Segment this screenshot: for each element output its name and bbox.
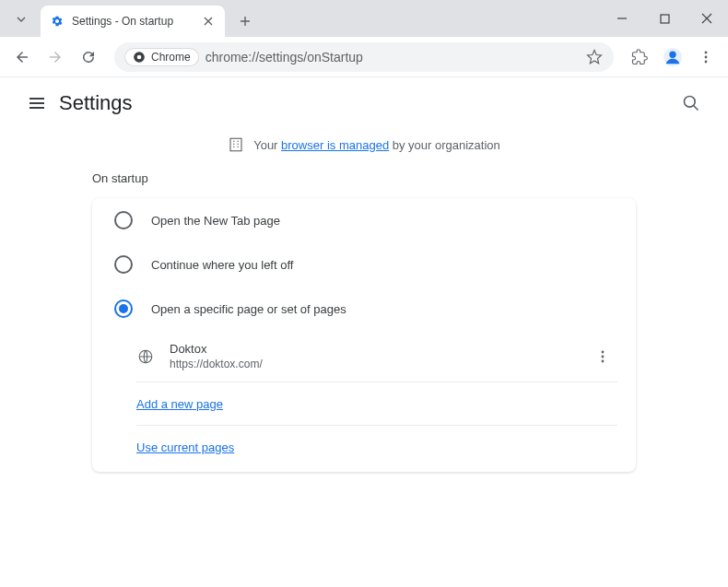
close-window-button[interactable] [686, 4, 728, 33]
add-page-link[interactable]: Add a new page [136, 397, 223, 411]
svg-point-12 [602, 355, 605, 358]
chrome-icon [133, 51, 146, 64]
tab-title: Settings - On startup [72, 15, 201, 28]
window-titlebar: Settings - On startup [0, 0, 728, 37]
page-url: https://doktox.com/ [170, 358, 588, 370]
profile-button[interactable] [658, 42, 687, 72]
close-icon [204, 17, 213, 26]
page-info: Doktox https://doktox.com/ [170, 342, 588, 370]
minimize-button[interactable] [601, 4, 643, 33]
hamburger-icon [28, 94, 46, 112]
svg-point-2 [137, 54, 142, 59]
search-icon [682, 94, 700, 112]
radio-label: Open a specific page or set of pages [151, 302, 346, 316]
use-current-link[interactable]: Use current pages [136, 440, 234, 454]
radio-label: Continue where you left off [151, 258, 293, 272]
arrow-right-icon [47, 49, 64, 65]
globe-icon [136, 347, 155, 366]
use-current-row: Use current pages [136, 426, 617, 468]
back-button[interactable] [7, 42, 37, 72]
browser-toolbar: Chrome chrome://settings/onStartup [0, 37, 728, 77]
close-icon [701, 13, 712, 24]
bookmark-button[interactable] [586, 49, 603, 65]
reload-button[interactable] [74, 42, 103, 72]
radio-label: Open the New Tab page [151, 214, 280, 228]
search-settings-button[interactable] [673, 85, 710, 122]
radio-specific-pages[interactable]: Open a specific page or set of pages [92, 287, 636, 331]
maximize-button[interactable] [643, 4, 686, 33]
minimize-icon [616, 13, 628, 24]
tab-search-dropdown[interactable] [6, 4, 37, 35]
tab-close-button[interactable] [201, 14, 216, 29]
radio-continue[interactable]: Continue where you left off [92, 242, 636, 287]
svg-rect-9 [230, 138, 241, 151]
plus-icon [240, 16, 251, 27]
svg-point-8 [685, 97, 696, 108]
startup-pages-list: Doktox https://doktox.com/ Add a new pag… [136, 331, 617, 468]
window-controls [601, 0, 728, 37]
managed-text: Your browser is managed by your organiza… [253, 138, 500, 152]
address-bar[interactable]: Chrome chrome://settings/onStartup [114, 42, 614, 72]
svg-point-11 [602, 350, 605, 353]
add-page-row: Add a new page [136, 382, 617, 426]
url-text: chrome://settings/onStartup [205, 50, 363, 65]
managed-link[interactable]: browser is managed [281, 138, 389, 152]
page-more-button[interactable] [588, 349, 617, 364]
svg-rect-0 [661, 15, 669, 23]
section-title: On startup [92, 171, 710, 185]
svg-point-4 [669, 51, 675, 57]
startup-card: Open the New Tab page Continue where you… [92, 198, 636, 472]
building-icon [228, 136, 244, 153]
settings-content: Your browser is managed by your organiza… [0, 136, 728, 472]
radio-new-tab[interactable]: Open the New Tab page [92, 198, 636, 242]
radio-icon [114, 255, 133, 274]
site-chip-label: Chrome [151, 51, 191, 64]
settings-header: Settings [0, 77, 728, 129]
gear-icon [50, 14, 65, 29]
menu-button[interactable] [691, 42, 721, 72]
radio-icon [114, 299, 133, 318]
extensions-button[interactable] [625, 42, 654, 72]
svg-point-5 [705, 51, 708, 53]
reload-icon [80, 49, 97, 65]
svg-point-6 [705, 55, 708, 58]
browser-tab[interactable]: Settings - On startup [41, 6, 225, 37]
more-vertical-icon [595, 349, 610, 364]
new-tab-button[interactable] [232, 8, 258, 34]
arrow-left-icon [14, 49, 30, 65]
svg-point-13 [602, 359, 605, 362]
startup-page-item: Doktox https://doktox.com/ [136, 331, 617, 382]
puzzle-icon [631, 49, 648, 65]
chevron-down-icon [16, 14, 27, 25]
site-chip[interactable]: Chrome [125, 49, 198, 65]
forward-button[interactable] [41, 42, 70, 72]
settings-menu-button[interactable] [18, 85, 55, 122]
avatar-icon [663, 47, 683, 67]
managed-notice: Your browser is managed by your organiza… [18, 136, 710, 153]
svg-point-7 [705, 60, 708, 63]
radio-icon [114, 211, 133, 229]
page-name: Doktox [170, 342, 588, 356]
maximize-icon [660, 14, 670, 24]
star-icon [586, 49, 603, 65]
more-vertical-icon [699, 50, 713, 65]
page-title: Settings [59, 91, 133, 115]
